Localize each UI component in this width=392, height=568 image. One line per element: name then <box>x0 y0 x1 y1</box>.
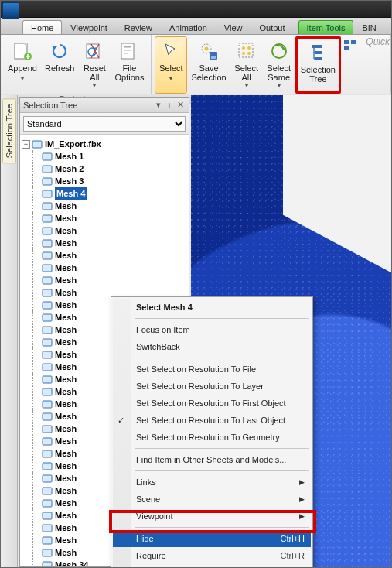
ctx-res-last[interactable]: ✓Set Selection Resolution To Last Object <box>113 412 311 429</box>
svg-rect-27 <box>43 190 52 197</box>
svg-rect-43 <box>43 388 52 395</box>
append-button[interactable]: Append▾ <box>4 36 41 94</box>
svg-rect-26 <box>43 178 52 185</box>
reset-all-button[interactable]: Reset All ▾ <box>78 36 111 94</box>
ctx-hide[interactable]: HideCtrl+H <box>113 530 311 547</box>
ctx-hide-unselected[interactable]: Hide Unselected <box>113 564 311 568</box>
close-icon[interactable]: ✕ <box>175 100 186 110</box>
tree-item[interactable]: Mesh 1 <box>22 150 187 163</box>
tree-item[interactable]: Mesh 2 <box>22 163 187 175</box>
svg-rect-51 <box>43 488 52 494</box>
tab-animation[interactable]: Animation <box>161 20 216 34</box>
submenu-arrow-icon: ▶ <box>299 478 305 486</box>
svg-rect-40 <box>43 351 52 358</box>
ctx-find-item[interactable]: Find Item in Other Sheets and Models... <box>113 451 311 468</box>
selection-tree-label: Selection Tree <box>301 65 336 84</box>
app-icon[interactable] <box>2 2 19 19</box>
ctx-res-first[interactable]: Set Selection Resolution To First Object <box>113 395 311 412</box>
select-button[interactable]: Select▾ <box>155 36 187 94</box>
svg-rect-54 <box>43 525 52 532</box>
svg-rect-30 <box>43 228 52 234</box>
svg-rect-41 <box>43 364 52 371</box>
tree-item[interactable]: Mesh <box>22 274 187 286</box>
select-label: Select▾ <box>159 63 183 83</box>
tab-item-tools[interactable]: Item Tools <box>298 20 354 34</box>
svg-rect-33 <box>43 265 52 272</box>
append-label: Append▾ <box>8 63 37 83</box>
svg-rect-48 <box>43 450 52 457</box>
tab-viewpoint[interactable]: Viewpoint <box>62 20 116 34</box>
svg-rect-37 <box>43 314 52 321</box>
tab-bim[interactable]: BIN <box>353 20 384 34</box>
svg-rect-32 <box>43 252 52 259</box>
refresh-button[interactable]: Refresh <box>41 36 79 94</box>
file-options-label: File Options <box>114 63 144 82</box>
file-options-button[interactable]: File Options <box>111 36 148 94</box>
quick-access-hint: Quick <box>366 36 390 47</box>
svg-rect-46 <box>43 426 52 433</box>
ctx-scene[interactable]: Scene▶ <box>113 491 311 508</box>
svg-rect-36 <box>43 302 52 309</box>
sets-icon <box>343 39 357 53</box>
ribbon-overflow[interactable] <box>341 36 360 94</box>
tree-item[interactable]: Mesh 3 <box>22 175 187 187</box>
select-same-label: Select Same <box>267 63 291 82</box>
ctx-require[interactable]: RequireCtrl+R <box>113 547 311 564</box>
select-all-button[interactable]: Select All ▾ <box>230 36 263 94</box>
ctx-links[interactable]: Links▶ <box>113 474 311 491</box>
svg-rect-17 <box>312 45 322 48</box>
tree-root[interactable]: −IM_Export.fbx <box>22 138 187 150</box>
ctx-switchback[interactable]: SwitchBack <box>113 338 311 355</box>
tab-home[interactable]: Home <box>22 20 62 34</box>
save-selection-label: Save Selection <box>191 63 226 82</box>
svg-rect-19 <box>315 57 322 60</box>
ctx-require-accel: Ctrl+R <box>281 551 305 560</box>
svg-rect-4 <box>124 46 131 48</box>
reset-all-icon <box>84 40 105 62</box>
select-same-button[interactable]: Select Same ▾ <box>263 36 295 94</box>
ctx-hide-accel: Ctrl+H <box>281 534 305 543</box>
ctx-focus-on-item[interactable]: Focus on Item <box>113 321 311 338</box>
svg-point-8 <box>205 47 209 51</box>
tree-mode-select[interactable]: Standard <box>23 116 186 132</box>
check-icon: ✓ <box>118 416 124 426</box>
chevron-down-icon: ▾ <box>245 82 248 89</box>
cursor-icon <box>160 40 182 62</box>
svg-rect-24 <box>43 153 52 160</box>
svg-rect-21 <box>351 40 356 44</box>
svg-rect-49 <box>43 463 52 470</box>
tab-output[interactable]: Output <box>251 20 294 34</box>
svg-rect-3 <box>121 43 134 59</box>
tab-review[interactable]: Review <box>116 20 161 34</box>
tree-item[interactable]: Mesh <box>22 224 187 237</box>
save-selection-icon <box>198 40 220 62</box>
dock-tab-label: Selection Tree <box>2 98 16 163</box>
select-same-icon <box>268 40 290 62</box>
svg-rect-22 <box>344 46 349 50</box>
svg-rect-38 <box>43 327 52 334</box>
dock-tab-selection-tree[interactable]: Selection Tree <box>1 95 18 568</box>
ctx-res-layer[interactable]: Set Selection Resolution To Layer <box>113 378 311 395</box>
ctx-viewpoint[interactable]: Viewpoint▶ <box>113 508 311 525</box>
tab-view[interactable]: View <box>216 20 251 34</box>
tree-item[interactable]: Mesh <box>22 212 187 224</box>
tree-item[interactable]: Mesh <box>22 200 187 212</box>
tree-item[interactable]: Mesh <box>22 262 187 274</box>
ctx-res-file[interactable]: Set Selection Resolution To File <box>113 361 311 378</box>
svg-rect-56 <box>43 549 52 556</box>
panel-titlebar[interactable]: Selection Tree ▾ ⟂ ✕ <box>20 98 189 113</box>
refresh-icon <box>49 40 70 62</box>
ribbon-tabstrip: Home Viewpoint Review Animation View Out… <box>1 18 391 35</box>
tree-item[interactable]: Mesh <box>22 237 187 249</box>
ctx-res-geom[interactable]: Set Selection Resolution To Geometry <box>113 429 311 446</box>
svg-rect-44 <box>43 401 52 408</box>
panel-menu-icon[interactable]: ▾ <box>153 100 164 110</box>
svg-rect-5 <box>124 50 131 51</box>
selection-tree-button[interactable]: Selection Tree <box>295 36 341 94</box>
pin-icon[interactable]: ⟂ <box>164 101 175 110</box>
select-all-icon <box>236 40 257 62</box>
tree-item[interactable]: Mesh <box>22 249 187 262</box>
tree-item[interactable]: Mesh 4 <box>22 187 187 200</box>
title-bar <box>1 1 391 18</box>
save-selection-button[interactable]: Save Selection <box>187 36 230 94</box>
